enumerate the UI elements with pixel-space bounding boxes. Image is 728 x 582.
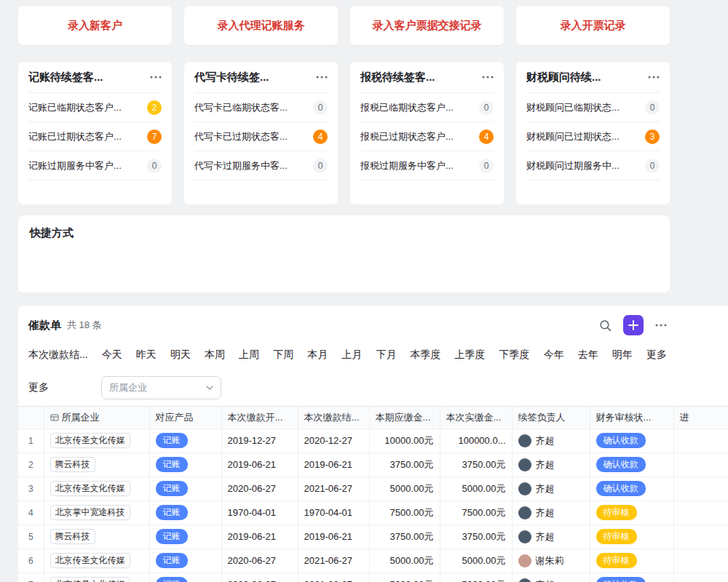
table-row[interactable]: 2 腾云科技 记账 2019-06-21 2019-06-21 3750.00元…: [18, 453, 728, 477]
amount-due-cell[interactable]: 5000.00元: [369, 477, 440, 501]
amount-due-cell[interactable]: 7500.00元: [369, 501, 440, 525]
pay-start-cell[interactable]: 2019-06-21: [221, 453, 298, 477]
date-filter-this-year[interactable]: 今年: [544, 348, 564, 362]
stat-item[interactable]: 财税顾问已临期状态... 0: [526, 93, 660, 122]
status-cell[interactable]: 确认收款: [590, 453, 673, 477]
card-more-icon[interactable]: [316, 76, 328, 79]
status-cell[interactable]: 待审核: [590, 549, 673, 573]
product-pill[interactable]: 记账: [156, 457, 188, 472]
header-amount-due[interactable]: 本期应缴金...: [369, 407, 440, 428]
owner-cell[interactable]: 齐超: [512, 501, 590, 525]
company-tag[interactable]: 北京传圣文化传媒: [50, 577, 130, 582]
table-row[interactable]: 3 北京传圣文化传媒 记账 2020-06-27 2021-06-27 5000…: [18, 477, 728, 501]
date-filter-next-month[interactable]: 下月: [376, 348, 396, 362]
progress-cell[interactable]: [673, 428, 728, 453]
filter-field-label[interactable]: 本次缴款结...: [28, 348, 88, 362]
stat-item[interactable]: 报税已临期状态客户... 0: [360, 93, 494, 122]
progress-cell[interactable]: [673, 573, 728, 582]
pay-end-cell[interactable]: 1970-04-01: [298, 501, 369, 525]
card-more-icon[interactable]: [648, 76, 660, 79]
header-renewal-owner[interactable]: 续签负责人: [512, 407, 590, 428]
pay-end-cell[interactable]: 2021-06-27: [298, 573, 369, 582]
progress-cell[interactable]: [673, 525, 728, 549]
header-pay-end[interactable]: 本次缴款结...: [298, 407, 369, 428]
table-row[interactable]: 7 北京传圣文化传媒 记账 2020-06-27 2021-06-27 5000…: [18, 573, 728, 582]
owner-cell[interactable]: 齐超: [512, 525, 590, 549]
stat-item[interactable]: 财税顾问已过期状态... 3: [526, 122, 660, 151]
header-product[interactable]: 对应产品: [149, 407, 221, 428]
quick-action-bookkeeping-service[interactable]: 录入代理记账服务: [184, 6, 338, 45]
amount-paid-cell[interactable]: 5000.00元: [440, 573, 512, 582]
header-company[interactable]: 所属企业: [44, 407, 149, 428]
amount-due-cell[interactable]: 3750.00元: [369, 525, 440, 549]
card-more-icon[interactable]: [482, 76, 494, 79]
pay-end-cell[interactable]: 2021-06-27: [298, 549, 369, 573]
quick-action-invoice-record[interactable]: 录入开票记录: [516, 6, 670, 45]
header-finance-status[interactable]: 财务审核状...: [590, 407, 673, 428]
date-filter-next-year[interactable]: 明年: [612, 348, 633, 362]
date-filter-this-month[interactable]: 本月: [307, 348, 328, 362]
progress-cell[interactable]: [673, 549, 728, 573]
product-pill[interactable]: 记账: [156, 433, 188, 448]
product-pill[interactable]: 记账: [156, 553, 188, 568]
stat-item[interactable]: 记账已过期状态客户... 7: [28, 122, 162, 151]
pay-start-cell[interactable]: 2019-06-21: [221, 525, 298, 549]
product-pill[interactable]: 记账: [156, 505, 188, 520]
date-filter-today[interactable]: 今天: [102, 348, 122, 362]
product-pill[interactable]: 记账: [156, 529, 188, 544]
pay-end-cell[interactable]: 2019-06-21: [298, 453, 369, 477]
progress-cell[interactable]: [673, 477, 728, 501]
quick-action-bill-handover[interactable]: 录入客户票据交接记录: [350, 6, 504, 45]
enterprise-select[interactable]: 所属企业: [101, 376, 221, 399]
stat-item[interactable]: 代写卡过期服务中客... 0: [194, 151, 328, 180]
table-row[interactable]: 1 北京传圣文化传媒 记账 2019-12-27 2020-12-27 1000…: [18, 428, 728, 453]
card-more-icon[interactable]: [150, 76, 162, 79]
date-filter-last-week[interactable]: 上周: [239, 348, 259, 362]
pay-end-cell[interactable]: 2020-12-27: [298, 428, 369, 453]
status-cell[interactable]: 确认收款: [590, 477, 673, 501]
product-pill[interactable]: 记账: [156, 481, 188, 496]
stat-item[interactable]: 报税已过期状态客户... 4: [360, 122, 494, 151]
quick-action-new-customer[interactable]: 录入新客户: [18, 6, 172, 45]
product-pill[interactable]: 记账: [156, 577, 188, 582]
pay-start-cell[interactable]: 2020-06-27: [221, 549, 298, 573]
stat-item[interactable]: 财税顾问过期服务中... 0: [526, 151, 660, 180]
more-filters-link[interactable]: 更多: [646, 348, 667, 362]
status-cell[interactable]: 确认收款: [590, 428, 673, 453]
stat-item[interactable]: 代写卡已过期状态客... 4: [194, 122, 328, 151]
date-filter-this-quarter[interactable]: 本季度: [410, 348, 440, 362]
amount-paid-cell[interactable]: 5000.00元: [440, 549, 512, 573]
more-conditions-link[interactable]: 更多: [28, 381, 49, 394]
amount-due-cell[interactable]: 5000.00元: [369, 573, 440, 582]
company-tag[interactable]: 北京传圣文化传媒: [50, 481, 130, 496]
amount-paid-cell[interactable]: 100000.0...: [440, 428, 512, 453]
company-tag[interactable]: 北京掌中宽途科技: [50, 505, 130, 520]
date-filter-tomorrow[interactable]: 明天: [170, 348, 191, 362]
pay-start-cell[interactable]: 2020-06-27: [221, 477, 298, 501]
company-tag[interactable]: 北京传圣文化传媒: [50, 553, 130, 568]
owner-cell[interactable]: 齐超: [512, 428, 590, 453]
add-record-button[interactable]: [623, 315, 644, 335]
status-cell[interactable]: 确认收款: [590, 573, 673, 582]
company-tag[interactable]: 腾云科技: [50, 457, 95, 472]
date-filter-next-week[interactable]: 下周: [273, 348, 293, 362]
header-progress[interactable]: 进: [673, 407, 728, 428]
amount-paid-cell[interactable]: 3750.00元: [440, 453, 512, 477]
header-amount-paid[interactable]: 本次实缴金...: [440, 407, 512, 428]
amount-paid-cell[interactable]: 3750.00元: [440, 525, 512, 549]
progress-cell[interactable]: [673, 501, 728, 525]
status-cell[interactable]: 待审核: [590, 501, 673, 525]
pay-start-cell[interactable]: 2020-06-27: [221, 573, 298, 582]
amount-paid-cell[interactable]: 7500.00元: [440, 501, 512, 525]
date-filter-last-month[interactable]: 上月: [341, 348, 362, 362]
table-row[interactable]: 6 北京传圣文化传媒 记账 2020-06-27 2021-06-27 5000…: [18, 549, 728, 573]
stat-item[interactable]: 报税过期服务中客户... 0: [360, 151, 494, 180]
owner-cell[interactable]: 谢朱莉: [512, 549, 590, 573]
header-pay-start[interactable]: 本次缴款开...: [221, 407, 298, 428]
stat-item[interactable]: 记账过期服务中客户... 0: [28, 151, 162, 180]
progress-cell[interactable]: [673, 453, 728, 477]
stat-item[interactable]: 代写卡已临期状态客... 0: [194, 93, 328, 122]
amount-due-cell[interactable]: 5000.00元: [369, 549, 440, 573]
stat-item[interactable]: 记账已临期状态客户... 2: [28, 93, 162, 122]
amount-due-cell[interactable]: 3750.00元: [369, 453, 440, 477]
